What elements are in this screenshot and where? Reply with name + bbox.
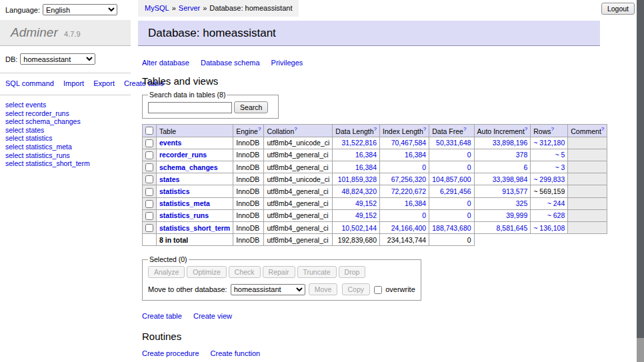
row-checkbox[interactable] <box>145 200 153 208</box>
row-checkbox-cell <box>143 173 157 185</box>
engine-cell: InnoDB <box>233 209 264 221</box>
column-header: Comment? <box>568 125 607 137</box>
table-row: states InnoDB utf8mb4_unicode_ci 101,859… <box>143 173 607 185</box>
row-checkbox[interactable] <box>145 163 153 171</box>
data-length-cell: 10,502,144 <box>333 222 380 234</box>
sidebar-select-link[interactable]: select events <box>5 101 46 109</box>
comment-cell <box>568 209 607 221</box>
comment-cell <box>568 137 607 149</box>
breadcrumb-separator: » <box>203 4 207 12</box>
rows-count-link[interactable]: ~ 299,833 <box>531 173 568 185</box>
create-link[interactable]: Create view <box>193 312 232 320</box>
copy-button[interactable]: Copy <box>342 283 371 295</box>
rows-count-link[interactable]: ~ 244 <box>531 197 568 209</box>
database-action-link[interactable]: Alter database <box>142 59 189 67</box>
move-db-select[interactable]: homeassistant <box>231 284 305 295</box>
rows-count-link[interactable]: ~ 3 <box>531 161 568 173</box>
help-link[interactable]: ? <box>258 126 261 132</box>
app-version: 4.7.9 <box>64 30 80 38</box>
table-operation-button[interactable]: Check <box>229 266 261 278</box>
row-checkbox[interactable] <box>145 139 153 147</box>
create-link[interactable]: Create table <box>142 312 182 320</box>
table-operation-button[interactable]: Repair <box>263 266 295 278</box>
help-link[interactable]: ? <box>525 126 527 132</box>
row-checkbox[interactable] <box>145 224 153 232</box>
sidebar-select-link[interactable]: select recorder_runs <box>5 109 69 117</box>
data-length-cell: 48,824,320 <box>333 185 380 197</box>
breadcrumb-current: Database: homeassistant <box>209 4 292 12</box>
selected-fieldset: Selected (0) AnalyzeOptimizeCheckRepairT… <box>142 255 421 301</box>
total-label: 8 in total <box>157 234 233 246</box>
sidebar-action-link[interactable]: SQL command <box>5 79 54 87</box>
sidebar-select-link[interactable]: select statistics_short_term <box>5 159 90 167</box>
table-name-link[interactable]: schema_changes <box>159 163 218 171</box>
help-link[interactable]: ? <box>601 126 604 132</box>
table-name-link[interactable]: statistics <box>159 187 190 195</box>
database-action-link[interactable]: Database schema <box>201 59 260 67</box>
sidebar: Language:English Adminer 4.7.9 DB:homeas… <box>0 0 131 168</box>
rows-count-link[interactable]: ~ 136,108 <box>531 222 568 234</box>
routine-create-link[interactable]: Create function <box>211 349 261 357</box>
index-length-cell: 72,220,672 <box>380 185 429 197</box>
row-checkbox[interactable] <box>145 188 153 196</box>
sidebar-select-link[interactable]: select statistics_meta <box>5 143 72 151</box>
table-name-link[interactable]: statistics_meta <box>159 199 210 207</box>
engine-cell: InnoDB <box>233 161 264 173</box>
sidebar-select-link[interactable]: select schema_changes <box>5 117 81 125</box>
breadcrumb-mysql-link[interactable]: MySQL <box>145 4 169 12</box>
list-item: select states <box>5 126 125 135</box>
sidebar-select-link[interactable]: select states <box>5 126 44 134</box>
db-label: DB: <box>5 55 17 63</box>
help-link[interactable]: ? <box>374 126 377 132</box>
language-select[interactable]: English <box>43 4 117 15</box>
rows-count-link[interactable]: ~ 628 <box>531 209 568 221</box>
table-name-link[interactable]: statistics_short_term <box>159 224 230 232</box>
table-name-link[interactable]: statistics_runs <box>159 211 209 219</box>
comment-cell <box>568 185 607 197</box>
overwrite-checkbox[interactable] <box>374 286 382 294</box>
rows-count-link[interactable]: ~ 312,180 <box>531 137 568 149</box>
rows-count-link[interactable]: ~ 5 <box>531 149 568 161</box>
row-checkbox[interactable] <box>145 151 153 159</box>
data-length-cell: 49,152 <box>333 209 380 221</box>
help-link[interactable]: ? <box>423 126 426 132</box>
help-link[interactable]: ? <box>463 126 466 132</box>
sidebar-action-link[interactable]: Import <box>63 79 84 87</box>
data-length-cell: 101,859,328 <box>333 173 380 185</box>
app-name[interactable]: Adminer <box>11 25 58 39</box>
table-operation-button[interactable]: Analyze <box>148 266 185 278</box>
auto-increment-cell: 39,999 <box>474 209 531 221</box>
rows-count-link[interactable]: ~ 569,159 <box>531 185 568 197</box>
sidebar-action-link[interactable]: Export <box>93 79 115 87</box>
vertical-scrollbar <box>637 0 644 362</box>
row-checkbox[interactable] <box>145 175 153 183</box>
table-operation-button[interactable]: Truncate <box>297 266 337 278</box>
logout-button[interactable]: Logout <box>601 3 635 15</box>
data-length-cell: 16,384 <box>333 149 380 161</box>
table-name-link[interactable]: recorder_runs <box>159 151 207 159</box>
row-checkbox-cell <box>143 197 157 209</box>
db-select[interactable]: homeassistant <box>20 53 95 65</box>
table-operation-button[interactable]: Optimize <box>187 266 226 278</box>
comment-cell <box>568 161 607 173</box>
table-name-link[interactable]: states <box>159 175 179 183</box>
sidebar-select-link[interactable]: select statistics_runs <box>5 151 70 159</box>
total-engine: InnoDB <box>233 234 264 246</box>
select-all-checkbox[interactable] <box>145 127 153 135</box>
routine-create-link[interactable]: Create procedure <box>142 349 199 357</box>
column-header: Data Length? <box>333 125 380 137</box>
breadcrumb-server-link[interactable]: Server <box>179 4 200 12</box>
move-button[interactable]: Move <box>309 283 338 295</box>
search-input[interactable] <box>148 102 232 113</box>
table-operation-button[interactable]: Drop <box>339 266 366 278</box>
table-name-link[interactable]: events <box>159 139 181 147</box>
sidebar-select-link[interactable]: select statistics <box>5 134 53 142</box>
table-row: statistics_meta InnoDB utf8mb4_general_c… <box>143 197 607 209</box>
row-checkbox[interactable] <box>145 212 153 220</box>
engine-cell: InnoDB <box>233 197 264 209</box>
help-link[interactable]: ? <box>294 126 297 132</box>
database-action-link[interactable]: Privileges <box>271 59 303 67</box>
help-link[interactable]: ? <box>551 126 554 132</box>
scrollbar-thumb[interactable] <box>637 0 644 338</box>
search-button[interactable]: Search <box>234 101 268 113</box>
